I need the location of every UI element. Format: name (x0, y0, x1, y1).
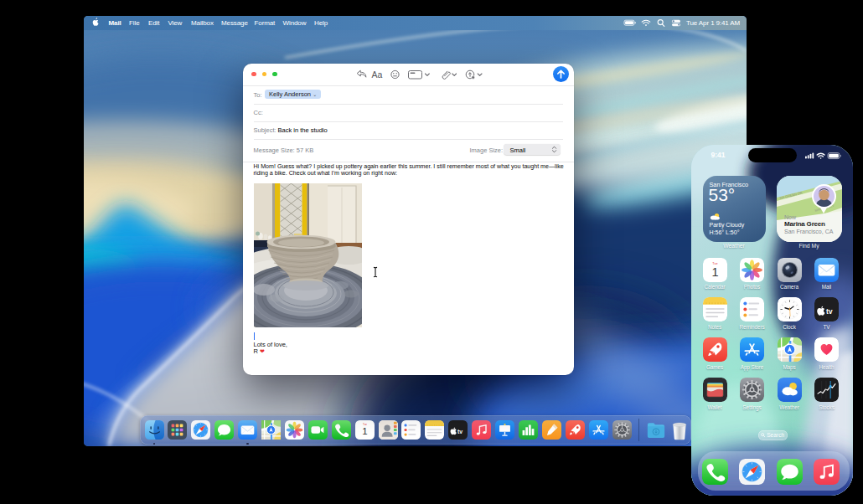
svg-text:Tue: Tue (363, 423, 367, 426)
svg-text:1: 1 (711, 265, 718, 279)
svg-text:tv: tv (826, 307, 833, 316)
svg-text:tv: tv (457, 429, 463, 435)
svg-text:1: 1 (362, 426, 367, 436)
svg-text:Tue: Tue (712, 261, 717, 265)
